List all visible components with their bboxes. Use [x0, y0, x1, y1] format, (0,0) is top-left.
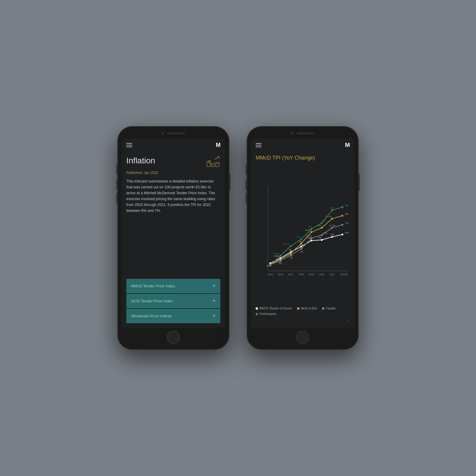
svg-point-41 — [321, 227, 323, 229]
scroll-up-button[interactable]: ↑ — [256, 317, 350, 324]
svg-point-73 — [341, 206, 343, 208]
svg-point-58 — [341, 224, 343, 226]
home-button-1[interactable] — [167, 331, 180, 344]
chart-area: 2015 2016 2017 2018 2019 2020 2021 2022(… — [256, 164, 350, 305]
menu-icon-1[interactable] — [126, 143, 132, 147]
svg-text:8.4%: 8.4% — [330, 207, 335, 209]
svg-point-54 — [300, 248, 302, 250]
accordion-label-1: SCSI Tender Price Index — [131, 299, 173, 303]
svg-text:5%: 5% — [279, 262, 282, 265]
svg-text:4.5%: 4.5% — [322, 232, 327, 234]
legend-label-mech: Mech & Elec — [301, 307, 317, 310]
legend-prelim: Preliminaries — [256, 312, 276, 316]
camera-dot-2 — [291, 132, 293, 135]
svg-point-55 — [311, 237, 312, 239]
svg-point-72 — [331, 209, 333, 211]
app-header-1: M — [122, 139, 225, 151]
svg-text:6.5%: 6.5% — [274, 255, 279, 257]
accordion-item-1[interactable]: SCSI Tender Price Index + — [126, 294, 220, 308]
svg-point-42 — [331, 218, 333, 219]
menu-icon-2[interactable] — [256, 143, 262, 147]
legend-basket: MMCD 'Basket of Goods' — [256, 307, 292, 310]
accordion-item-2[interactable]: Wholesale Price Indices + — [126, 309, 220, 323]
svg-point-24 — [311, 240, 312, 242]
svg-point-57 — [331, 227, 333, 229]
svg-text:2018: 2018 — [299, 273, 304, 276]
title-row: Inflation — [126, 156, 220, 167]
svg-rect-9 — [218, 163, 219, 164]
screen2-content: MMcD TPI (YoY Change) 2015 2016 2017 201… — [251, 151, 354, 328]
svg-rect-6 — [209, 163, 210, 164]
svg-text:5%: 5% — [331, 233, 334, 236]
accordion-label-2: Wholesale Price Indices — [131, 314, 172, 318]
accordion-label-0: MMcD Tender Price Index — [131, 284, 175, 288]
speaker-2 — [297, 133, 314, 134]
svg-point-53 — [290, 254, 292, 256]
plus-icon-2: + — [212, 313, 216, 319]
svg-text:8%: 8% — [345, 213, 349, 215]
svg-point-43 — [341, 215, 343, 217]
screen1-content: Inflation — [122, 151, 225, 328]
legend-facade: Facade — [322, 307, 336, 310]
svg-text:11.3%: 11.3% — [329, 224, 336, 227]
arrow-up-icon: ↑ — [347, 318, 350, 323]
svg-point-25 — [321, 239, 323, 241]
logo-1: M — [216, 142, 220, 148]
accordion-list: MMcD Tender Price Index + SCSI Tender Pr… — [126, 279, 220, 323]
svg-text:1%: 1% — [318, 236, 321, 239]
svg-text:10.1%: 10.1% — [283, 242, 289, 245]
home-button-2[interactable] — [296, 331, 309, 344]
logo-2: M — [345, 142, 350, 148]
svg-text:2016: 2016 — [278, 273, 283, 276]
phone-screen-2: M MMcD TPI (YoY Change) 2015 2016 2017 2… — [251, 139, 354, 328]
legend-dot-facade — [322, 307, 324, 310]
svg-text:2020: 2020 — [319, 273, 325, 276]
svg-point-26 — [331, 236, 333, 238]
phone-screen-1: M Inflation — [122, 139, 225, 328]
svg-point-27 — [341, 234, 343, 235]
svg-text:5%: 5% — [289, 249, 292, 251]
legend-label-prelim: Preliminaries — [259, 312, 276, 316]
phones-container: M Inflation — [118, 126, 358, 350]
svg-rect-7 — [212, 164, 213, 165]
svg-text:7%: 7% — [290, 257, 293, 259]
legend-label-facade: Facade — [326, 307, 336, 310]
svg-text:2017: 2017 — [288, 273, 294, 276]
svg-point-66 — [269, 264, 271, 266]
svg-point-67 — [280, 255, 281, 257]
speaker-1 — [167, 133, 185, 134]
svg-text:7.5%: 7.5% — [296, 236, 301, 238]
svg-text:7%: 7% — [345, 222, 349, 224]
legend-dot-mech — [297, 307, 299, 310]
phone-bottom-1 — [122, 328, 225, 346]
accordion-item-0[interactable]: MMcD Tender Price Index + — [126, 279, 220, 293]
svg-text:3%: 3% — [308, 225, 311, 228]
phone-2: M MMcD TPI (YoY Change) 2015 2016 2017 2… — [247, 126, 358, 350]
legend-label-basket: MMCD 'Basket of Goods' — [259, 307, 292, 310]
svg-point-69 — [300, 238, 302, 240]
page-title: Inflation — [126, 156, 155, 165]
svg-rect-1 — [207, 162, 210, 167]
svg-point-68 — [290, 245, 292, 247]
svg-point-70 — [311, 228, 312, 230]
svg-point-38 — [290, 252, 292, 254]
phone-top-2 — [251, 130, 354, 136]
buildings-icon — [206, 156, 220, 167]
legend-mech: Mech & Elec — [297, 307, 317, 310]
svg-text:5%: 5% — [345, 232, 349, 234]
svg-text:3%: 3% — [345, 204, 349, 207]
phone-1: M Inflation — [118, 126, 229, 350]
plus-icon-0: + — [212, 283, 216, 289]
svg-point-52 — [280, 260, 281, 262]
svg-text:12.4%: 12.4% — [273, 252, 279, 255]
svg-text:2021: 2021 — [329, 273, 335, 276]
svg-line-0 — [214, 157, 219, 160]
plus-icon-1: + — [212, 298, 216, 304]
phone-top-1 — [122, 130, 225, 136]
svg-text:3%: 3% — [322, 220, 326, 222]
phone-bottom-2 — [251, 328, 354, 346]
chart-svg: 2015 2016 2017 2018 2019 2020 2021 2022(… — [256, 164, 350, 305]
description-text: This infocard summarises a detailed infl… — [126, 178, 220, 214]
svg-text:6%: 6% — [300, 251, 304, 253]
chart-legend: MMCD 'Basket of Goods' Mech & Elec Facad… — [256, 305, 350, 317]
